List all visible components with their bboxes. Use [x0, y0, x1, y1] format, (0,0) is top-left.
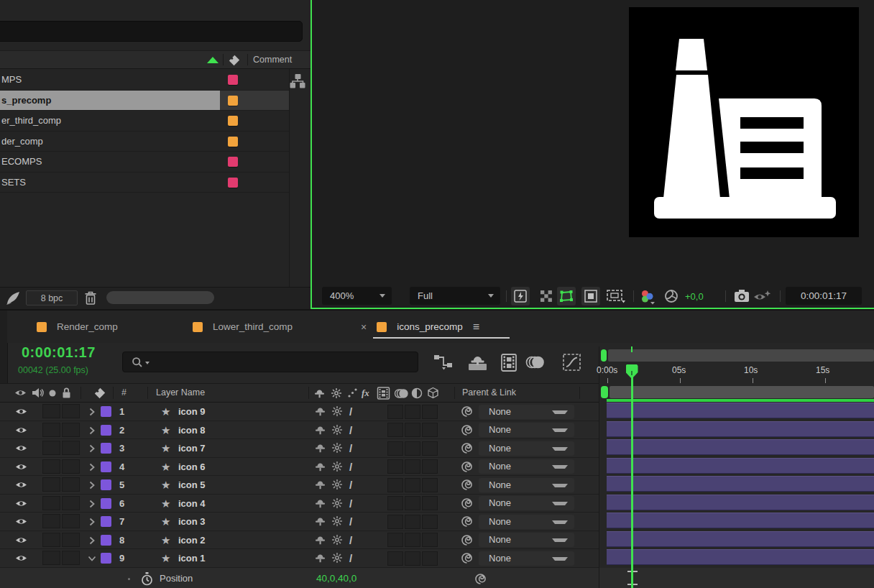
show-channel-button[interactable] [640, 289, 656, 305]
layer-name[interactable]: icon 4 [178, 495, 206, 513]
audio-switch-cell[interactable] [42, 404, 60, 418]
switch-cell[interactable] [422, 478, 438, 492]
project-item-row[interactable]: ECOMPS [0, 152, 289, 173]
column-divider[interactable] [113, 387, 114, 399]
twirl-chevron-icon[interactable] [89, 500, 95, 508]
mask-path-visibility-button[interactable] [557, 287, 576, 306]
twirl-chevron-icon[interactable] [89, 444, 95, 453]
preview-time-display[interactable]: 0:00:01:17 [786, 287, 862, 305]
layer-visibility-eye-icon[interactable] [15, 499, 27, 508]
hide-shy-layers-button[interactable] [468, 353, 487, 372]
project-item-row[interactable]: er_third_comp [0, 111, 289, 132]
project-item-row[interactable]: MPS [0, 70, 289, 91]
label-column-icon[interactable] [93, 387, 106, 400]
switch-cell[interactable] [422, 441, 438, 456]
solo-switch-cell[interactable] [62, 404, 80, 418]
shy-switch[interactable] [314, 515, 326, 527]
comment-column-header[interactable]: Comment [253, 51, 292, 68]
layer-color-chip[interactable] [101, 516, 111, 527]
label-color-chip[interactable] [228, 75, 238, 85]
current-time-indicator-handle[interactable] [626, 364, 638, 379]
interpret-footage-icon[interactable] [6, 291, 21, 306]
parent-pickwhip-icon[interactable] [461, 424, 473, 436]
quality-switch[interactable]: / [349, 403, 352, 421]
layer-name[interactable]: icon 5 [178, 476, 206, 494]
solo-switch-cell[interactable] [62, 423, 80, 437]
project-item-name[interactable]: MPS [0, 70, 289, 89]
composition-canvas[interactable] [629, 7, 859, 237]
twirl-chevron-icon[interactable] [89, 463, 95, 472]
shy-switch-icon[interactable] [313, 387, 326, 399]
switch-cell[interactable] [387, 496, 403, 510]
fast-previews-button[interactable] [511, 287, 530, 306]
layer-row[interactable]: 4 ★ icon 6 / [0, 458, 599, 477]
panel-menu-icon[interactable]: ≡ [473, 321, 479, 334]
layer-visibility-eye-icon[interactable] [15, 480, 27, 490]
parent-dropdown[interactable]: None [479, 459, 574, 474]
switch-cell[interactable] [422, 496, 438, 510]
layer-name[interactable]: icon 1 [178, 549, 206, 567]
tab-render-comp[interactable]: Render_comp [37, 311, 118, 343]
shy-switch[interactable] [314, 461, 326, 472]
twirl-chevron-icon[interactable] [89, 536, 95, 545]
column-divider[interactable] [80, 387, 81, 399]
active-panel-border-left[interactable] [310, 0, 312, 309]
parent-dropdown[interactable]: None [479, 405, 574, 419]
layer-color-chip[interactable] [101, 425, 111, 436]
switch-cell[interactable] [405, 478, 420, 492]
frame-blending-button[interactable] [500, 353, 518, 372]
position-property-row[interactable]: Position 40,0,40,0 [0, 568, 599, 588]
layer-visibility-eye-icon[interactable] [15, 517, 27, 526]
label-color-chip[interactable] [228, 178, 238, 188]
parent-dropdown[interactable]: None [479, 478, 574, 492]
switch-cell[interactable] [405, 423, 420, 437]
parent-pickwhip-icon[interactable] [461, 442, 473, 454]
collapse-transformations-switch[interactable] [331, 442, 343, 454]
switch-cell[interactable] [405, 515, 420, 529]
layer-row[interactable]: 9 ★ icon 1 / [0, 549, 599, 568]
motion-blur-button[interactable] [525, 353, 546, 371]
switch-cell[interactable] [422, 405, 438, 419]
parent-link-column-header[interactable]: Parent & Link [462, 384, 516, 402]
property-pickwhip-icon[interactable] [474, 573, 487, 585]
layer-duration-bar[interactable] [607, 549, 874, 565]
collapse-transformations-switch[interactable] [331, 424, 343, 436]
column-divider[interactable] [579, 387, 580, 399]
choose-grid-guides-button[interactable] [604, 287, 627, 306]
magnification-dropdown[interactable]: 400% [322, 287, 392, 305]
project-item-row[interactable]: SETS [0, 173, 289, 193]
quality-switch[interactable]: / [349, 531, 352, 549]
parent-pickwhip-icon[interactable] [461, 497, 473, 510]
label-column-icon[interactable] [228, 54, 241, 67]
project-search-field[interactable] [0, 21, 303, 42]
parent-pickwhip-icon[interactable] [461, 405, 473, 418]
layer-visibility-eye-icon[interactable] [15, 407, 27, 416]
parent-dropdown[interactable]: None [479, 423, 574, 437]
solo-switch-cell[interactable] [62, 459, 80, 474]
collapse-transformations-switch[interactable] [331, 552, 343, 564]
quality-switch[interactable]: / [349, 458, 352, 476]
project-item-name[interactable]: der_comp [0, 132, 289, 151]
switch-cell[interactable] [387, 405, 403, 419]
audio-switch-cell[interactable] [42, 459, 60, 474]
collapse-transformations-switch[interactable] [331, 515, 343, 527]
switch-cell[interactable] [405, 405, 420, 419]
bit-depth-button[interactable]: 8 bpc [26, 290, 78, 306]
quality-switch[interactable]: / [349, 495, 352, 513]
switch-cell[interactable] [422, 459, 438, 474]
project-item-name[interactable]: ECOMPS [0, 152, 289, 171]
layer-duration-bar[interactable] [607, 403, 874, 418]
audio-speaker-icon[interactable] [32, 387, 44, 398]
exposure-icon[interactable] [664, 289, 678, 303]
number-column-header[interactable]: # [121, 384, 126, 402]
layer-visibility-eye-icon[interactable] [15, 553, 27, 563]
switch-cell[interactable] [422, 551, 438, 566]
solo-switch-cell[interactable] [62, 533, 80, 547]
region-of-interest-button[interactable] [581, 287, 600, 306]
exposure-value[interactable]: +0,0 [685, 291, 704, 302]
adjustment-layer-column-icon[interactable] [411, 387, 423, 399]
switch-cell[interactable] [387, 423, 403, 437]
audio-switch-cell[interactable] [42, 496, 60, 510]
layer-name-column-header[interactable]: Layer Name [156, 384, 205, 402]
switch-cell[interactable] [387, 551, 403, 566]
